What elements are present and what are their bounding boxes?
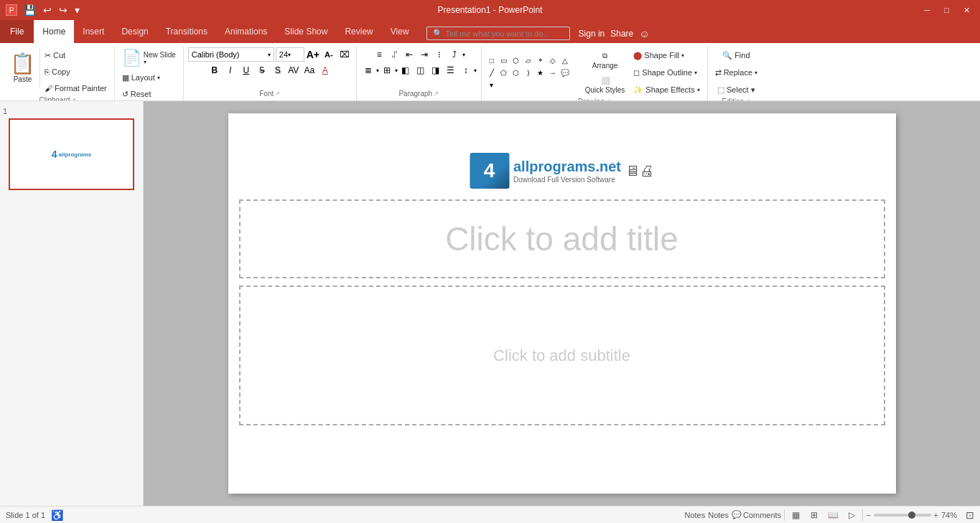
- clear-format-btn[interactable]: ⌧: [337, 47, 352, 62]
- notes-btn[interactable]: Notes: [684, 511, 705, 519]
- reading-view-btn[interactable]: 📖: [825, 507, 841, 523]
- maximize-btn[interactable]: □: [940, 4, 953, 16]
- shape-more[interactable]: ▾: [486, 79, 498, 90]
- text-direction-btn[interactable]: ⤴: [447, 47, 462, 62]
- save-icon[interactable]: 💾: [22, 4, 38, 17]
- shape-diamond[interactable]: ◇: [547, 55, 559, 66]
- shape-fill-button[interactable]: ⬤ Shape Fill ▾: [630, 47, 702, 63]
- decrease-indent-btn[interactable]: ⇤: [402, 47, 416, 62]
- arrange-button[interactable]: ⧉ Arrange: [582, 49, 628, 72]
- tab-home[interactable]: Home: [34, 20, 74, 43]
- shape-hexagon[interactable]: ⬡: [510, 67, 522, 78]
- clipboard-expand-icon[interactable]: ↗: [71, 97, 76, 100]
- copy-button[interactable]: ⎘ Copy: [42, 64, 110, 80]
- new-slide-button[interactable]: 📄 New Slide ▾: [119, 47, 179, 69]
- change-case-btn[interactable]: Aa: [302, 63, 317, 77]
- format-painter-button[interactable]: 🖌 Format Painter: [42, 80, 110, 96]
- zoom-level[interactable]: 74%: [941, 511, 963, 519]
- align-text-btn[interactable]: ≣: [361, 63, 375, 77]
- font-name-dropdown[interactable]: Calibri (Body) ▾: [188, 47, 274, 62]
- notes-label-text[interactable]: Notes: [708, 511, 729, 519]
- shape-star[interactable]: ★: [535, 67, 546, 78]
- customize-icon[interactable]: ▾: [73, 4, 82, 17]
- normal-view-btn[interactable]: ▦: [788, 507, 803, 523]
- fit-btn[interactable]: ⊡: [966, 509, 974, 521]
- shape-parallelogram[interactable]: ▱: [523, 55, 534, 66]
- editing-expand-icon[interactable]: ↗: [745, 98, 750, 100]
- undo-icon[interactable]: ↩: [41, 4, 54, 17]
- cut-button[interactable]: ✂ Cut: [42, 47, 110, 63]
- quick-styles-button[interactable]: ⬜ Quick Styles: [582, 74, 628, 97]
- align-left-btn[interactable]: ◧: [398, 63, 413, 77]
- zoom-out-btn[interactable]: −: [866, 511, 870, 519]
- sign-in-btn[interactable]: Sign in: [579, 29, 605, 39]
- char-spacing-btn[interactable]: AV: [286, 63, 301, 77]
- increase-font-btn[interactable]: A+: [306, 47, 320, 62]
- title-placeholder[interactable]: Click to add title: [239, 199, 885, 278]
- shape-effects-button[interactable]: ✨ Shape Effects ▾: [630, 82, 702, 98]
- zoom-slider[interactable]: [874, 514, 931, 517]
- shape-rounded-rect[interactable]: ▭: [498, 55, 510, 66]
- find-button[interactable]: 🔍 Find: [719, 47, 752, 63]
- font-size-dropdown[interactable]: 24 ▾: [276, 47, 304, 62]
- comments-btn[interactable]: 💬 Comments: [732, 510, 781, 519]
- strikethrough-btn[interactable]: S̶: [255, 63, 269, 77]
- accessibility-icon[interactable]: ♿: [51, 509, 63, 521]
- shape-outline-button[interactable]: ◻ Shape Outline ▾: [630, 65, 702, 80]
- drawing-right-btns: ⧉ Arrange ⬜ Quick Styles: [582, 49, 628, 97]
- tab-view[interactable]: View: [382, 20, 418, 43]
- slide-sorter-btn[interactable]: ⊞: [806, 507, 822, 523]
- shape-line[interactable]: ╱: [486, 67, 498, 78]
- zoom-in-btn[interactable]: +: [934, 511, 938, 519]
- italic-btn[interactable]: I: [223, 63, 238, 77]
- text-shadow-btn[interactable]: S: [271, 63, 285, 77]
- line-spacing-btn[interactable]: ↕: [459, 63, 473, 77]
- smart-art-btn[interactable]: ⊞: [380, 63, 394, 77]
- tab-transitions[interactable]: Transitions: [157, 20, 216, 43]
- drawing-expand-icon[interactable]: ↗: [606, 98, 611, 100]
- minimize-btn[interactable]: ─: [920, 4, 935, 16]
- shape-trapezoid[interactable]: ⌖: [535, 55, 546, 66]
- layout-button[interactable]: ▦ Layout ▾: [119, 70, 163, 85]
- tell-me-bar[interactable]: 🔍 Tell me what you want to do...: [426, 27, 570, 40]
- close-btn[interactable]: ✕: [959, 4, 974, 17]
- tab-design[interactable]: Design: [113, 20, 157, 43]
- select-button[interactable]: ⬚ Select ▾: [714, 82, 758, 98]
- tab-slideshow[interactable]: Slide Show: [276, 20, 336, 43]
- shape-triangle[interactable]: △: [559, 55, 571, 66]
- paragraph-expand-icon[interactable]: ↗: [434, 90, 439, 97]
- shape-rect[interactable]: □: [486, 55, 498, 66]
- shape-arrow[interactable]: →: [547, 67, 559, 78]
- numbering-btn[interactable]: ⑀: [387, 47, 401, 62]
- tab-review[interactable]: Review: [336, 20, 381, 43]
- slide-thumbnail[interactable]: 4 allprograms: [9, 118, 134, 190]
- share-btn[interactable]: Share: [610, 29, 633, 39]
- font-expand-icon[interactable]: ↗: [275, 90, 280, 97]
- paste-button[interactable]: 📋 Paste: [6, 47, 40, 88]
- replace-button[interactable]: ⇄ Replace ▾: [712, 65, 760, 80]
- redo-icon[interactable]: ↪: [57, 4, 70, 17]
- shape-chevron[interactable]: ⟩: [523, 67, 534, 78]
- quick-styles-label: Quick Styles: [585, 86, 625, 94]
- underline-btn[interactable]: U: [239, 63, 253, 77]
- align-center-btn[interactable]: ◫: [414, 63, 428, 77]
- shape-pentagon[interactable]: ⬠: [498, 67, 510, 78]
- tab-animations[interactable]: Animations: [216, 20, 276, 43]
- slideshow-view-btn[interactable]: ▷: [844, 507, 859, 523]
- bold-btn[interactable]: B: [207, 63, 222, 77]
- increase-indent-btn[interactable]: ⇥: [417, 47, 431, 62]
- reset-button[interactable]: ↺ Reset: [119, 86, 154, 100]
- tab-insert[interactable]: Insert: [74, 20, 113, 43]
- shape-callout[interactable]: 💬: [559, 67, 571, 78]
- tab-file[interactable]: File: [0, 20, 34, 43]
- shape-snip-rect[interactable]: ⬡: [510, 55, 522, 66]
- subtitle-placeholder[interactable]: Click to add subtitle: [239, 286, 885, 425]
- smiley-icon[interactable]: ☺: [639, 28, 649, 39]
- columns-btn[interactable]: ⫶: [432, 47, 447, 62]
- decrease-font-btn[interactable]: A-: [322, 47, 336, 62]
- font-color-btn[interactable]: A: [318, 63, 332, 77]
- align-right-btn[interactable]: ◨: [429, 63, 443, 77]
- bullets-btn[interactable]: ≡: [372, 47, 386, 62]
- slide-canvas[interactable]: 4 allprograms.net Download Full Version …: [228, 113, 896, 494]
- justify-btn[interactable]: ☰: [444, 63, 458, 77]
